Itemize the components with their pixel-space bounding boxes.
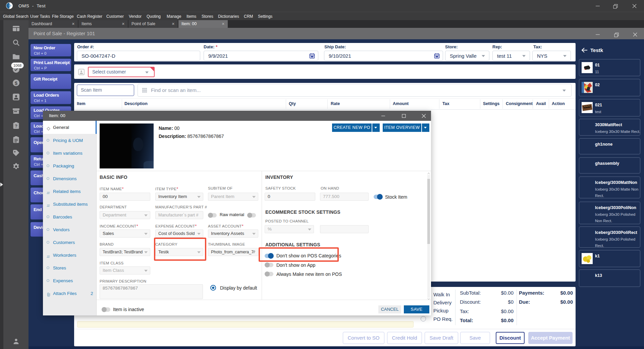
svg-text:?: ? (15, 123, 17, 129)
svg-text:$: $ (15, 80, 18, 86)
